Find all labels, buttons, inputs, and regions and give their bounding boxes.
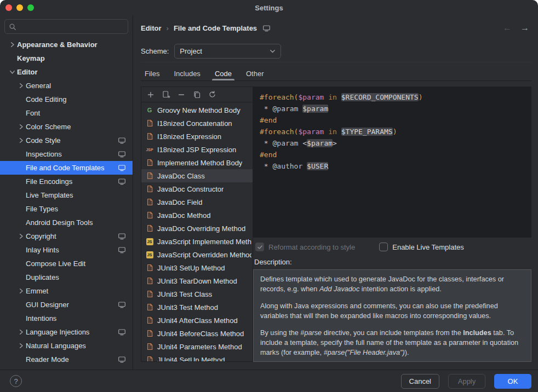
template-item-junit4-parameters-method[interactable]: JUnit4 Parameters Method bbox=[141, 340, 253, 353]
sidebar-item-live-templates[interactable]: Live Templates bbox=[0, 188, 133, 202]
template-item-javadoc-constructor[interactable]: JavaDoc Constructor bbox=[141, 182, 253, 195]
template-item-i18nized-expression[interactable]: I18nized Expression bbox=[141, 130, 253, 143]
sidebar-item-font[interactable]: Font bbox=[0, 106, 133, 120]
remove-icon[interactable] bbox=[177, 90, 186, 99]
reformat-checkbox[interactable]: Reformat according to style bbox=[255, 243, 355, 251]
tab-includes[interactable]: Includes bbox=[172, 62, 202, 80]
enable-live-templates-checkbox[interactable]: Enable Live Templates bbox=[379, 243, 464, 251]
template-item-javascript-implemented-method-body[interactable]: JSJavaScript Implemented Method Body bbox=[141, 235, 253, 248]
sidebar-item-label: Code Style bbox=[26, 136, 61, 145]
cancel-button[interactable]: Cancel bbox=[401, 374, 439, 389]
code-line: #end bbox=[260, 114, 524, 126]
sidebar-item-label: Code Editing bbox=[26, 95, 66, 103]
chevron-right-icon[interactable] bbox=[16, 82, 26, 90]
scheme-label: Scheme: bbox=[141, 47, 169, 55]
sidebar-item-android-design-tools[interactable]: Android Design Tools bbox=[0, 216, 133, 229]
template-item-junit4-beforeclass-method[interactable]: JUnit4 BeforeClass Method bbox=[141, 327, 253, 340]
chevron-right-icon[interactable] bbox=[16, 123, 26, 131]
template-item-junit3-test-class[interactable]: JUnit3 Test Class bbox=[141, 287, 253, 301]
sidebar-item-code-style[interactable]: Code Style bbox=[0, 134, 133, 147]
chevron-spacer bbox=[16, 177, 26, 186]
sidebar-item-emmet[interactable]: Emmet bbox=[0, 284, 133, 298]
template-item-i18nized-jsp-expression[interactable]: JSPI18nized JSP Expression bbox=[141, 143, 253, 156]
sidebar-item-code-editing[interactable]: Code Editing bbox=[0, 93, 133, 106]
apply-button[interactable]: Apply bbox=[448, 374, 485, 389]
template-item-junit4-afterclass-method[interactable]: JUnit4 AfterClass Method bbox=[141, 314, 253, 327]
tab-other[interactable]: Other bbox=[244, 62, 266, 80]
chevron-right-icon[interactable] bbox=[16, 287, 26, 296]
template-item-javadoc-field[interactable]: JavaDoc Field bbox=[141, 195, 253, 209]
template-icon bbox=[145, 119, 154, 128]
sidebar-item-reader-mode[interactable]: Reader Mode bbox=[0, 353, 133, 366]
sidebar-item-label: Compose Live Edit bbox=[26, 260, 85, 268]
template-item-groovy-new-method-body[interactable]: GGroovy New Method Body bbox=[141, 103, 253, 117]
traffic-minimize-button[interactable] bbox=[16, 4, 23, 11]
template-item-javadoc-method[interactable]: JavaDoc Method bbox=[141, 209, 253, 222]
jsp-icon: JSP bbox=[145, 145, 154, 154]
groovy-icon: G bbox=[145, 106, 154, 114]
sidebar-item-inlay-hints[interactable]: Inlay Hints bbox=[0, 243, 133, 257]
js-icon: JS bbox=[145, 237, 154, 246]
breadcrumb-editor[interactable]: Editor bbox=[141, 24, 162, 32]
chevron-spacer bbox=[16, 260, 26, 268]
sidebar-item-inspections[interactable]: Inspections bbox=[0, 147, 133, 161]
sidebar-item-label: Live Templates bbox=[26, 191, 73, 199]
sidebar-item-file-types[interactable]: File Types bbox=[0, 202, 133, 216]
sidebar-item-intentions[interactable]: Intentions bbox=[0, 312, 133, 325]
ok-button[interactable]: OK bbox=[494, 374, 531, 389]
template-editor[interactable]: #foreach($param in $RECORD_COMPONENTS) *… bbox=[253, 87, 531, 238]
dialog-footer: ? Cancel Apply OK bbox=[0, 370, 538, 392]
tab-code[interactable]: Code bbox=[213, 62, 233, 80]
chevron-spacer bbox=[16, 218, 26, 227]
template-item-junit3-setup-method[interactable]: JUnit3 SetUp Method bbox=[141, 261, 253, 274]
chevron-right-icon[interactable] bbox=[16, 136, 26, 145]
create-child-template-icon[interactable] bbox=[162, 90, 170, 99]
help-button[interactable]: ? bbox=[10, 375, 22, 387]
template-item-javadoc-class[interactable]: JavaDoc Class bbox=[141, 169, 253, 182]
traffic-close-button[interactable] bbox=[5, 4, 12, 11]
reset-to-default-icon[interactable] bbox=[208, 90, 216, 99]
chevron-down-icon[interactable] bbox=[8, 68, 17, 77]
sidebar-item-file-and-code-templates[interactable]: File and Code Templates bbox=[0, 161, 133, 175]
template-item-label: JUnit3 Test Method bbox=[157, 303, 218, 312]
sidebar-item-natural-languages[interactable]: Natural Languages bbox=[0, 339, 133, 353]
forward-arrow-icon[interactable]: → bbox=[520, 23, 529, 33]
sidebar-item-editor[interactable]: Editor bbox=[0, 65, 133, 79]
chevron-spacer bbox=[16, 191, 26, 200]
chevron-right-icon[interactable] bbox=[16, 328, 26, 337]
template-item-label: JUnit4 SetUp Method bbox=[157, 356, 225, 362]
chevron-right-icon[interactable] bbox=[8, 41, 17, 49]
template-item-javascript-overridden-method-body[interactable]: JSJavaScript Overridden Method Body bbox=[141, 248, 253, 261]
template-item-junit4-setup-method[interactable]: JUnit4 SetUp Method bbox=[141, 353, 253, 361]
search-icon bbox=[9, 23, 16, 31]
template-icon bbox=[145, 342, 154, 351]
chevron-spacer bbox=[16, 109, 26, 118]
template-item-implemented-method-body[interactable]: Implemented Method Body bbox=[141, 156, 253, 169]
sidebar-item-duplicates[interactable]: Duplicates bbox=[0, 270, 133, 284]
traffic-zoom-button[interactable] bbox=[27, 4, 34, 11]
scheme-select[interactable]: Project bbox=[174, 44, 281, 59]
template-item-javadoc-overriding-method[interactable]: JavaDoc Overriding Method bbox=[141, 222, 253, 235]
settings-search[interactable] bbox=[4, 19, 128, 34]
copy-icon[interactable] bbox=[192, 90, 201, 99]
sidebar-item-gui-designer[interactable]: GUI Designer bbox=[0, 298, 133, 312]
template-item-junit3-test-method[interactable]: JUnit3 Test Method bbox=[141, 301, 253, 314]
settings-search-input[interactable] bbox=[20, 22, 124, 31]
template-item-junit3-teardown-method[interactable]: JUnit3 TearDown Method bbox=[141, 274, 253, 287]
sidebar-item-label: File Types bbox=[26, 205, 58, 213]
tab-files[interactable]: Files bbox=[143, 62, 161, 80]
sidebar-item-appearance-behavior[interactable]: Appearance & Behavior bbox=[0, 38, 133, 51]
back-arrow-icon[interactable]: ← bbox=[503, 23, 512, 33]
add-icon[interactable] bbox=[146, 90, 155, 99]
sidebar-item-label: File Encodings bbox=[26, 177, 72, 186]
sidebar-item-general[interactable]: General bbox=[0, 79, 133, 93]
chevron-right-icon[interactable] bbox=[16, 342, 26, 350]
template-item-i18nized-concatenation[interactable]: I18nized Concatenation bbox=[141, 117, 253, 130]
sidebar-item-language-injections[interactable]: Language Injections bbox=[0, 325, 133, 339]
sidebar-item-file-encodings[interactable]: File Encodings bbox=[0, 175, 133, 188]
sidebar-item-copyright[interactable]: Copyright bbox=[0, 229, 133, 243]
sidebar-item-color-scheme[interactable]: Color Scheme bbox=[0, 120, 133, 134]
sidebar-item-compose-live-edit[interactable]: Compose Live Edit bbox=[0, 257, 133, 270]
sidebar-item-keymap[interactable]: Keymap bbox=[0, 51, 133, 65]
chevron-right-icon[interactable] bbox=[16, 232, 26, 241]
